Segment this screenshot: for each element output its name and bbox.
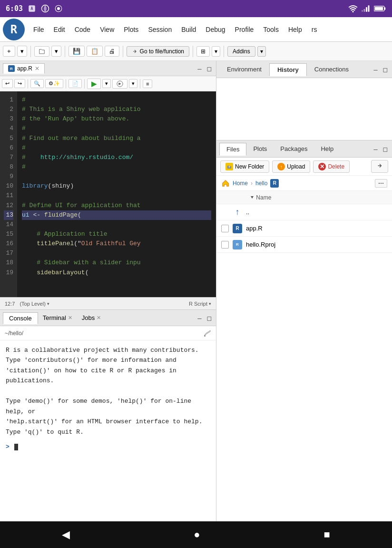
packages-tab[interactable]: Packages — [274, 143, 314, 155]
undo-button[interactable]: ↩ — [2, 79, 13, 88]
menu-rs[interactable]: rs — [307, 24, 322, 35]
upload-button[interactable]: ↑ Upload — [272, 160, 310, 173]
svg-text:+: + — [228, 165, 230, 169]
breadcrumb-folder[interactable]: hello — [255, 180, 267, 187]
lower-minimize-icon[interactable]: – — [372, 144, 379, 154]
scope-label: (Top Level) — [20, 301, 45, 307]
r-logo: R — [3, 19, 25, 40]
compile-button[interactable]: 📄 — [69, 79, 82, 88]
files-toolbar: + New Folder ↑ Upload ✕ Delete — [216, 158, 392, 176]
run-dropdown-button[interactable]: ▾ — [102, 79, 111, 88]
new-file-button[interactable]: + — [3, 46, 15, 57]
code-line: # — [22, 95, 211, 105]
new-dropdown-button[interactable]: ▾ — [17, 46, 27, 57]
open-file-button[interactable] — [34, 46, 49, 57]
files-breadcrumb: Home › hello R ⋯ — [216, 176, 392, 191]
breadcrumb-more-button[interactable]: ⋯ — [375, 179, 387, 188]
terminal-tab[interactable]: Terminal ✕ — [38, 312, 77, 323]
code-line: # the 'Run App' button above. — [22, 114, 211, 124]
menu-code[interactable]: Code — [70, 24, 95, 35]
menu-file[interactable]: File — [29, 24, 49, 35]
connections-tab[interactable]: Connections — [307, 63, 356, 75]
editor-maximize-icon[interactable]: □ — [206, 64, 213, 73]
console-maximize-icon[interactable]: □ — [206, 313, 213, 323]
find-button[interactable]: 🔍 — [30, 79, 44, 88]
goto-file-button[interactable]: Go to file/function — [127, 46, 189, 57]
upper-panel-tab-bar: Environment History Connections – □ — [216, 61, 392, 78]
files-name-header: Name — [250, 194, 271, 201]
code-line: # This is a Shiny web applicatio — [22, 105, 211, 114]
console-minimize-icon[interactable]: – — [196, 313, 203, 323]
menu-profile[interactable]: Profile — [230, 24, 259, 35]
source-button[interactable] — [112, 79, 127, 89]
rproj-label: hello.Rproj — [246, 241, 275, 248]
grid-dropdown-button[interactable]: ▾ — [212, 46, 220, 57]
svg-text:A: A — [31, 6, 33, 11]
file-row-up[interactable]: ↑ .. — [216, 204, 392, 220]
plots-tab[interactable]: Plots — [246, 143, 274, 155]
redo-button[interactable]: ↪ — [14, 79, 25, 88]
recent-files-button[interactable]: ▾ — [51, 46, 61, 57]
console-prompt: > — [6, 443, 10, 450]
environment-tab[interactable]: Environment — [219, 63, 269, 75]
home-button[interactable]: ● — [184, 524, 209, 546]
source-dropdown-button[interactable]: ▾ — [129, 79, 137, 88]
console-tab[interactable]: Console — [3, 312, 38, 324]
save-button[interactable]: 💾 — [69, 46, 85, 57]
breadcrumb-home[interactable]: Home — [233, 180, 248, 187]
run-button[interactable]: ▶ — [87, 79, 101, 89]
editor-minimize-icon[interactable]: – — [196, 64, 203, 73]
code-content[interactable]: # # This is a Shiny web applicatio # the… — [17, 91, 216, 297]
menu-debug[interactable]: Debug — [201, 24, 230, 35]
file-row-rproj[interactable]: R hello.Rproj — [216, 237, 392, 253]
files-more-button[interactable] — [371, 160, 388, 173]
upper-maximize-icon[interactable]: □ — [382, 65, 389, 74]
editor-status-bar: 12:7 (Top Level) ▾ R Script ▾ — [0, 297, 216, 309]
menu-tools[interactable]: Tools — [258, 24, 284, 35]
help-tab[interactable]: Help — [314, 143, 340, 155]
upper-minimize-icon[interactable]: – — [372, 65, 379, 74]
lines-button[interactable]: ≡ — [143, 80, 152, 88]
new-folder-button[interactable]: + New Folder — [220, 160, 269, 173]
menu-plots[interactable]: Plots — [119, 24, 143, 35]
code-line: library(shiny) — [22, 181, 211, 191]
code-editor[interactable]: 1 2 3 4 5 6 7 8 9 10 11 12 13 14 15 16 1 — [0, 91, 216, 297]
terminal-close-icon[interactable]: ✕ — [68, 315, 72, 321]
menu-edit[interactable]: Edit — [49, 24, 70, 35]
menu-view[interactable]: View — [95, 24, 119, 35]
addins-button[interactable]: Addins — [227, 46, 255, 57]
r-file-icon: R — [233, 224, 242, 233]
console-brush-icon[interactable] — [204, 329, 211, 337]
main-content: R app.R ✕ – □ ↩ ↪ 🔍 ⚙✨ 📄 — [0, 61, 392, 521]
code-tools-button[interactable]: ⚙✨ — [45, 79, 63, 88]
home-icon[interactable] — [221, 179, 230, 188]
recent-button[interactable]: ■ — [314, 524, 340, 546]
menu-session[interactable]: Session — [143, 24, 176, 35]
editor-tab-close[interactable]: ✕ — [35, 65, 39, 72]
delete-button[interactable]: ✕ Delete — [313, 160, 350, 173]
lower-maximize-icon[interactable]: □ — [382, 144, 389, 154]
console-cursor[interactable] — [14, 444, 18, 450]
print-button[interactable]: 🖨 — [105, 46, 119, 57]
svg-rect-6 — [368, 5, 370, 12]
files-tab[interactable]: Files — [219, 143, 246, 156]
back-button[interactable]: ◀ — [52, 524, 79, 546]
svg-rect-11 — [384, 7, 386, 10]
script-type[interactable]: R Script ▾ — [189, 301, 211, 307]
status-time: 6:03 — [6, 4, 23, 13]
menu-help[interactable]: Help — [284, 24, 307, 35]
save-all-button[interactable]: 📋 — [87, 46, 103, 57]
svg-rect-9 — [362, 10, 363, 12]
wifi-icon — [348, 5, 358, 12]
scope-selector[interactable]: (Top Level) ▾ — [20, 301, 49, 307]
editor-tab-appr[interactable]: R app.R ✕ — [3, 63, 45, 74]
status-bar: 6:03 A — [0, 0, 392, 17]
jobs-close-icon[interactable]: ✕ — [97, 315, 101, 321]
jobs-tab[interactable]: Jobs ✕ — [77, 312, 106, 323]
grid-view-button[interactable]: ⊞ — [196, 46, 210, 57]
console-content[interactable]: R is a collaborative project with many c… — [0, 340, 216, 521]
menu-build[interactable]: Build — [176, 24, 201, 35]
addins-dropdown-button[interactable]: ▾ — [257, 46, 266, 57]
history-tab[interactable]: History — [269, 63, 307, 76]
file-row-appr[interactable]: R app.R — [216, 220, 392, 237]
